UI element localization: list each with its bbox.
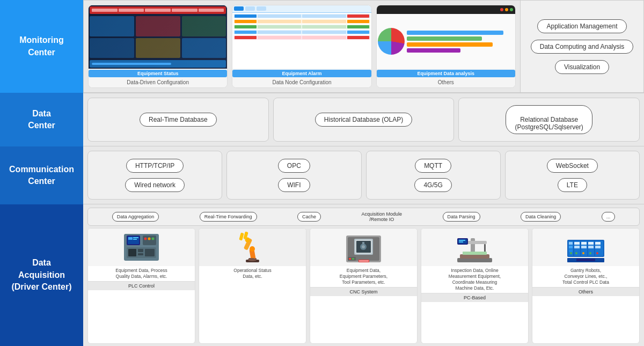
monitoring-panels: Equipment Status Data-Driven Configurati… (84, 1, 520, 92)
wifi-pill: WIFI (278, 178, 310, 192)
pc-based-label: PC-Based (421, 293, 528, 302)
visualization-pill: Visualization (555, 60, 609, 74)
websocket-pill: WebSocket (547, 159, 598, 173)
comm-panel-4: WebSocket LTE (505, 151, 640, 200)
plc-svg (121, 231, 162, 263)
svg-rect-36 (359, 260, 369, 262)
comm-panels: HTTP/TCP/IP Wired network OPC WIFI MQTT (83, 146, 644, 204)
data-screenshot-inner (377, 5, 515, 69)
device-robot-image (199, 229, 306, 266)
measurement-svg (455, 230, 495, 265)
svg-rect-57 (574, 242, 580, 245)
equipment-alarm-footer: Data Node Configuration (232, 77, 371, 87)
svg-rect-4 (133, 237, 138, 238)
equipment-status-footer: Data-Driven Configuration (89, 77, 227, 87)
relational-db-panel: Relational Database (PostgreSQL/Sqlserve… (458, 98, 640, 142)
equipment-data-footer: Others (377, 77, 515, 87)
row-monitoring: Equipment Status Data-Driven Configurati… (83, 0, 644, 93)
equipment-alarm-panel: Equipment Alarm Data Node Configuration (232, 5, 371, 88)
screenshot-inner (89, 5, 227, 69)
acq-module-label: Acquisition Module /Remote IO (362, 211, 402, 222)
plc-rack-svg (566, 230, 606, 265)
svg-rect-71 (576, 259, 595, 261)
svg-rect-64 (595, 246, 601, 248)
svg-rect-13 (138, 253, 143, 255)
svg-rect-55 (569, 246, 573, 248)
wired-pill: Wired network (125, 178, 185, 192)
svg-rect-59 (581, 242, 587, 245)
label-communication: Communication Center (0, 146, 83, 204)
data-aggregation-pill: Data Aggregation (112, 212, 159, 222)
device-cnc-desc: Equipment Data,Equipment Parameters,Tool… (338, 266, 390, 287)
svg-point-69 (596, 252, 598, 254)
svg-rect-58 (574, 246, 580, 248)
row-data: Real-Time Database Historical Database (… (83, 93, 644, 146)
comm-panel-2: OPC WIFI (226, 151, 361, 200)
svg-point-8 (148, 238, 151, 240)
comm-panel-3: MQTT 4G/5G (366, 151, 501, 200)
svg-rect-53 (594, 241, 595, 256)
svg-rect-43 (463, 252, 487, 255)
device-plc-image (88, 229, 195, 266)
svg-rect-62 (588, 246, 594, 248)
device-robot: Operational StatusData, etc. (199, 228, 306, 344)
lte-pill: LTE (558, 178, 587, 192)
realtime-forwarding-pill: Real-Time Forwarding (200, 212, 257, 222)
device-measurement-desc: Inspection Data, OnlineMeasurement Equip… (447, 266, 503, 293)
historical-db-pill: Historical Database (OLAP) (315, 113, 412, 127)
acq-devices: Equipment Data, ProcessQuality Data, Ala… (83, 228, 644, 346)
device-plc-rack: Gantry Robots,Conveyor Lines, etc.,Total… (532, 228, 640, 344)
device-plc-rack-desc: Gantry Robots,Conveyor Lines, etc.,Total… (560, 266, 611, 287)
comm-panel-1: HTTP/TCP/IP Wired network (87, 151, 222, 200)
cnc-svg (343, 230, 384, 265)
svg-rect-46 (459, 240, 465, 241)
realtime-db-pill: Real-Time Database (140, 113, 217, 127)
svg-rect-60 (581, 246, 587, 248)
svg-point-18 (250, 246, 255, 252)
svg-rect-12 (138, 249, 143, 252)
svg-point-9 (152, 238, 155, 240)
acq-top-bar: Data Aggregation Real-Time Forwarding Ca… (87, 208, 640, 226)
equipment-data-screenshot (377, 5, 515, 69)
svg-rect-50 (573, 241, 574, 256)
acq-content: Data Aggregation Real-Time Forwarding Ca… (83, 204, 644, 346)
equipment-data-badge: Equipment Data analysis (377, 70, 515, 77)
equipment-alarm-screenshot (232, 5, 371, 69)
label-data: Data Center (0, 93, 83, 146)
row-acquisition: Data Aggregation Real-Time Forwarding Ca… (83, 204, 644, 346)
device-cnc-image (310, 229, 417, 266)
mqtt-pill: MQTT (415, 159, 451, 173)
svg-rect-34 (352, 258, 354, 260)
device-plc-desc: Equipment Data, ProcessQuality Data, Ala… (113, 266, 169, 281)
svg-rect-56 (569, 249, 573, 252)
data-parsing-pill: Data Parsing (443, 212, 480, 222)
monitoring-right: Application Management Data Computing an… (520, 1, 643, 92)
svg-point-23 (248, 258, 257, 261)
historical-db-panel: Historical Database (OLAP) (273, 98, 455, 142)
left-labels: Monitoring Center Data Center Communicat… (0, 0, 83, 346)
device-plc-rack-image (532, 229, 639, 266)
svg-point-30 (362, 245, 365, 248)
device-cnc: Equipment Data,Equipment Parameters,Tool… (310, 228, 418, 344)
cnc-system-label: CNC System (310, 287, 417, 296)
data-computing-pill: Data Computing and Analysis (531, 40, 633, 54)
device-measurement-image (421, 229, 528, 266)
equipment-status-badge: Equipment Status (89, 70, 227, 77)
realtime-db-panel: Real-Time Database (87, 98, 269, 142)
device-plc: Equipment Data, ProcessQuality Data, Ala… (87, 228, 195, 344)
svg-rect-54 (569, 242, 573, 245)
svg-rect-6 (143, 235, 156, 245)
more-pill: ... (602, 212, 616, 222)
alarm-screenshot-inner (232, 5, 371, 69)
svg-rect-5 (133, 239, 137, 240)
svg-rect-11 (128, 249, 136, 256)
robot-svg (232, 230, 273, 265)
4g5g-pill: 4G/5G (414, 178, 451, 192)
label-monitoring: Monitoring Center (0, 0, 83, 93)
svg-rect-47 (459, 241, 463, 242)
svg-rect-51 (580, 241, 581, 256)
data-cleaning-pill: Data Cleaning (521, 212, 561, 222)
svg-point-7 (144, 238, 147, 240)
svg-point-67 (582, 252, 584, 254)
data-panels: Real-Time Database Historical Database (… (83, 93, 644, 146)
